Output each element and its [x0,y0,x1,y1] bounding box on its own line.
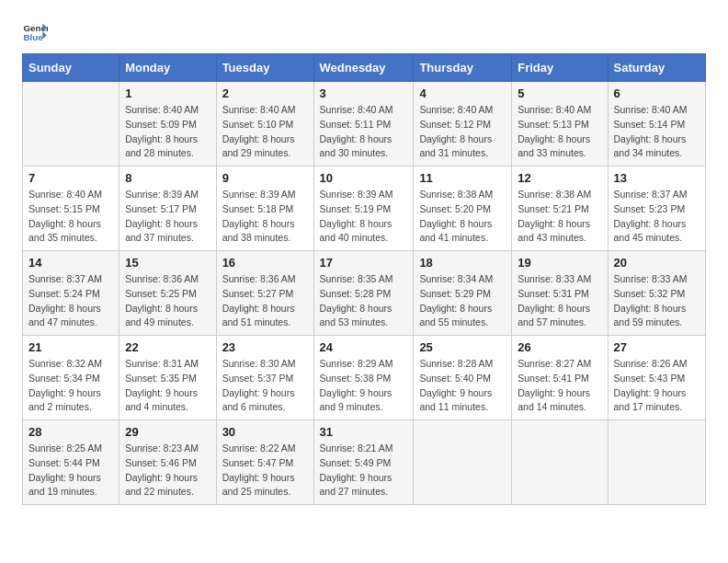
logo: General Blue [22,18,51,44]
day-number: 20 [614,256,700,270]
day-info: Sunrise: 8:25 AMSunset: 5:44 PMDaylight:… [28,442,113,500]
day-number: 7 [28,171,113,185]
day-info: Sunrise: 8:34 AMSunset: 5:29 PMDaylight:… [419,272,506,330]
calendar-cell: 10Sunrise: 8:39 AMSunset: 5:19 PMDayligh… [313,167,414,251]
days-header-row: SundayMondayTuesdayWednesdayThursdayFrid… [23,54,706,82]
calendar-cell: 5Sunrise: 8:40 AMSunset: 5:13 PMDaylight… [512,82,608,167]
day-info: Sunrise: 8:40 AMSunset: 5:11 PMDaylight:… [320,103,408,161]
calendar-cell [608,420,706,505]
day-number: 9 [222,171,308,185]
week-row-4: 21Sunrise: 8:32 AMSunset: 5:34 PMDayligh… [23,336,706,420]
calendar-cell: 14Sunrise: 8:37 AMSunset: 5:24 PMDayligh… [23,251,119,336]
calendar-cell: 27Sunrise: 8:26 AMSunset: 5:43 PMDayligh… [608,336,706,420]
day-number: 17 [320,256,408,270]
week-row-5: 28Sunrise: 8:25 AMSunset: 5:44 PMDayligh… [23,420,706,505]
day-header-thursday: Thursday [414,54,512,82]
calendar-cell: 24Sunrise: 8:29 AMSunset: 5:38 PMDayligh… [313,336,414,420]
day-header-friday: Friday [512,54,608,82]
calendar-cell: 6Sunrise: 8:40 AMSunset: 5:14 PMDaylight… [608,82,706,167]
day-info: Sunrise: 8:21 AMSunset: 5:49 PMDaylight:… [320,442,408,500]
day-number: 29 [125,425,210,439]
day-number: 24 [320,340,408,354]
day-number: 28 [28,425,113,439]
day-number: 27 [614,340,700,354]
calendar-cell: 16Sunrise: 8:36 AMSunset: 5:27 PMDayligh… [216,251,313,336]
day-info: Sunrise: 8:38 AMSunset: 5:20 PMDaylight:… [419,188,506,246]
day-info: Sunrise: 8:37 AMSunset: 5:24 PMDaylight:… [28,272,113,330]
day-number: 1 [125,86,210,100]
calendar-cell: 25Sunrise: 8:28 AMSunset: 5:40 PMDayligh… [414,336,512,420]
calendar-table: SundayMondayTuesdayWednesdayThursdayFrid… [22,53,706,505]
day-info: Sunrise: 8:27 AMSunset: 5:41 PMDaylight:… [518,357,601,415]
calendar-cell: 11Sunrise: 8:38 AMSunset: 5:20 PMDayligh… [414,167,512,251]
day-info: Sunrise: 8:37 AMSunset: 5:23 PMDaylight:… [614,188,700,246]
day-header-tuesday: Tuesday [216,54,313,82]
calendar-cell: 13Sunrise: 8:37 AMSunset: 5:23 PMDayligh… [608,167,706,251]
calendar-cell: 21Sunrise: 8:32 AMSunset: 5:34 PMDayligh… [23,336,119,420]
calendar-cell: 1Sunrise: 8:40 AMSunset: 5:09 PMDaylight… [119,82,216,167]
calendar-cell [414,420,512,505]
day-info: Sunrise: 8:40 AMSunset: 5:10 PMDaylight:… [222,103,308,161]
day-info: Sunrise: 8:23 AMSunset: 5:46 PMDaylight:… [125,442,210,500]
week-row-1: 1Sunrise: 8:40 AMSunset: 5:09 PMDaylight… [23,82,706,167]
day-number: 16 [222,256,308,270]
day-number: 5 [518,86,601,100]
day-info: Sunrise: 8:40 AMSunset: 5:14 PMDaylight:… [614,103,700,161]
day-number: 26 [518,340,601,354]
day-info: Sunrise: 8:30 AMSunset: 5:37 PMDaylight:… [222,357,308,415]
calendar-cell: 23Sunrise: 8:30 AMSunset: 5:37 PMDayligh… [216,336,313,420]
calendar-cell: 18Sunrise: 8:34 AMSunset: 5:29 PMDayligh… [414,251,512,336]
day-info: Sunrise: 8:22 AMSunset: 5:47 PMDaylight:… [222,442,308,500]
day-info: Sunrise: 8:32 AMSunset: 5:34 PMDaylight:… [28,357,113,415]
day-number: 22 [125,340,210,354]
calendar-cell: 29Sunrise: 8:23 AMSunset: 5:46 PMDayligh… [119,420,216,505]
day-number: 13 [614,171,700,185]
day-info: Sunrise: 8:31 AMSunset: 5:35 PMDaylight:… [125,357,210,415]
calendar-cell: 19Sunrise: 8:33 AMSunset: 5:31 PMDayligh… [512,251,608,336]
calendar-cell: 17Sunrise: 8:35 AMSunset: 5:28 PMDayligh… [313,251,414,336]
calendar-cell [512,420,608,505]
day-info: Sunrise: 8:40 AMSunset: 5:12 PMDaylight:… [419,103,506,161]
calendar-cell: 12Sunrise: 8:38 AMSunset: 5:21 PMDayligh… [512,167,608,251]
calendar-cell: 3Sunrise: 8:40 AMSunset: 5:11 PMDaylight… [313,82,414,167]
day-info: Sunrise: 8:39 AMSunset: 5:17 PMDaylight:… [125,188,210,246]
day-number: 25 [419,340,506,354]
day-header-sunday: Sunday [23,54,119,82]
calendar-cell [23,82,119,167]
day-number: 19 [518,256,601,270]
day-header-wednesday: Wednesday [313,54,414,82]
day-info: Sunrise: 8:33 AMSunset: 5:32 PMDaylight:… [614,272,700,330]
day-info: Sunrise: 8:26 AMSunset: 5:43 PMDaylight:… [614,357,700,415]
day-info: Sunrise: 8:39 AMSunset: 5:19 PMDaylight:… [320,188,408,246]
day-info: Sunrise: 8:40 AMSunset: 5:13 PMDaylight:… [518,103,601,161]
day-number: 10 [320,171,408,185]
day-info: Sunrise: 8:33 AMSunset: 5:31 PMDaylight:… [518,272,601,330]
week-row-3: 14Sunrise: 8:37 AMSunset: 5:24 PMDayligh… [23,251,706,336]
day-info: Sunrise: 8:36 AMSunset: 5:27 PMDaylight:… [222,272,308,330]
day-number: 15 [125,256,210,270]
day-number: 3 [320,86,408,100]
calendar-cell: 8Sunrise: 8:39 AMSunset: 5:17 PMDaylight… [119,167,216,251]
day-header-monday: Monday [119,54,216,82]
calendar-cell: 15Sunrise: 8:36 AMSunset: 5:25 PMDayligh… [119,251,216,336]
day-number: 12 [518,171,601,185]
day-number: 6 [614,86,700,100]
day-info: Sunrise: 8:29 AMSunset: 5:38 PMDaylight:… [320,357,408,415]
day-number: 4 [419,86,506,100]
day-number: 23 [222,340,308,354]
day-number: 21 [28,340,113,354]
day-number: 14 [28,256,113,270]
day-number: 18 [419,256,506,270]
calendar-cell: 7Sunrise: 8:40 AMSunset: 5:15 PMDaylight… [23,167,119,251]
calendar-cell: 9Sunrise: 8:39 AMSunset: 5:18 PMDaylight… [216,167,313,251]
day-number: 30 [222,425,308,439]
day-info: Sunrise: 8:38 AMSunset: 5:21 PMDaylight:… [518,188,601,246]
svg-text:Blue: Blue [23,32,43,42]
calendar-cell: 28Sunrise: 8:25 AMSunset: 5:44 PMDayligh… [23,420,119,505]
calendar-cell: 2Sunrise: 8:40 AMSunset: 5:10 PMDaylight… [216,82,313,167]
day-number: 11 [419,171,506,185]
day-info: Sunrise: 8:40 AMSunset: 5:15 PMDaylight:… [28,188,113,246]
day-info: Sunrise: 8:36 AMSunset: 5:25 PMDaylight:… [125,272,210,330]
day-number: 8 [125,171,210,185]
day-info: Sunrise: 8:40 AMSunset: 5:09 PMDaylight:… [125,103,210,161]
